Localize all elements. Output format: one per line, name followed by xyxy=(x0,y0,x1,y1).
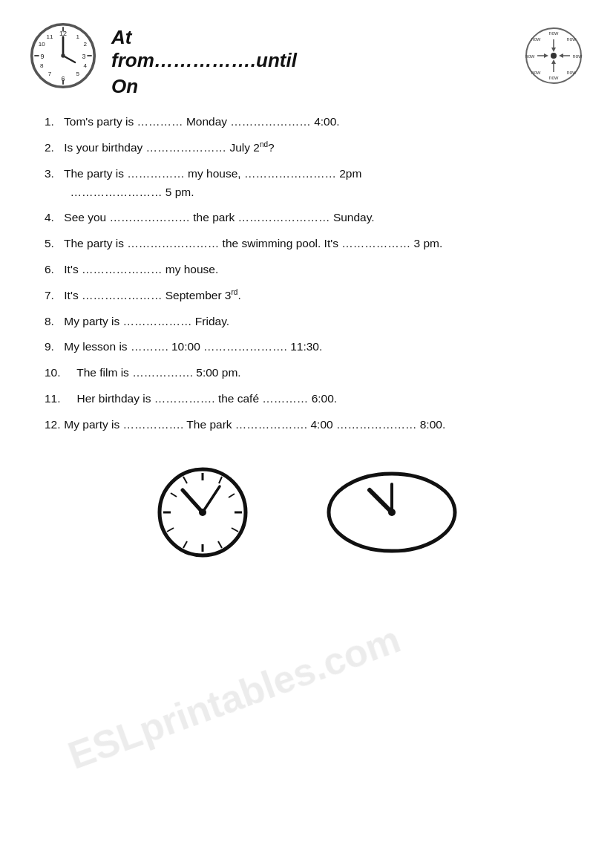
question-num: 5. xyxy=(45,235,61,253)
svg-text:now: now xyxy=(573,53,583,59)
question-num: 9. xyxy=(45,338,61,356)
question-8: 8. My party is ……………… Friday. xyxy=(45,313,583,331)
on-label: On xyxy=(111,75,297,98)
svg-text:4: 4 xyxy=(83,62,87,69)
question-2: 2. Is your birthday ………………… July 2nd? xyxy=(45,139,583,157)
header: 12 3 6 9 1 2 4 5 7 8 10 11 At from…………….… xyxy=(30,22,583,98)
question-12: 12. My party is ……………. The park ………………. … xyxy=(45,416,583,434)
svg-point-49 xyxy=(199,509,206,516)
from-label: from…………….until xyxy=(111,49,297,72)
svg-text:5: 5 xyxy=(76,71,80,77)
svg-text:now: now xyxy=(549,75,560,80)
question-num: 3. xyxy=(45,165,61,183)
watermark: ESLprintables.com xyxy=(62,616,406,777)
svg-point-33 xyxy=(551,53,557,59)
svg-point-19 xyxy=(61,53,65,57)
svg-text:now: now xyxy=(525,53,536,59)
svg-text:now: now xyxy=(567,36,577,42)
big-clock-icon xyxy=(154,464,251,561)
svg-text:now: now xyxy=(531,70,542,75)
question-10: 10. The film is ……………. 5:00 pm. xyxy=(45,364,583,382)
question-1: 1. Tom's party is ………… Monday ………………… 4:… xyxy=(45,113,583,131)
svg-text:3: 3 xyxy=(82,53,85,60)
svg-text:6: 6 xyxy=(61,75,65,82)
question-num: 4. xyxy=(45,209,61,227)
question-9: 9. My lesson is ………. 10:00 …………………. 11:3… xyxy=(45,338,583,356)
svg-point-53 xyxy=(388,509,396,516)
question-5: 5. The party is …………………… the swimming po… xyxy=(45,235,583,253)
svg-text:10: 10 xyxy=(39,41,45,48)
analog-clock-icon: 12 3 6 9 1 2 4 5 7 8 10 11 xyxy=(30,22,96,89)
question-num: 10. xyxy=(45,364,61,382)
svg-text:1: 1 xyxy=(76,33,80,40)
question-num: 2. xyxy=(45,139,61,157)
svg-text:now: now xyxy=(567,70,577,75)
question-num: 12. xyxy=(45,416,61,434)
svg-text:7: 7 xyxy=(48,71,52,77)
compass-clock-icon: now now now now now now now now xyxy=(524,26,583,85)
question-11: 11. Her birthday is ……………. the café …………… xyxy=(45,390,583,408)
question-num: 8. xyxy=(45,313,61,331)
question-7: 7. It's ………………… September 3rd. xyxy=(45,287,583,305)
question-num: 1. xyxy=(45,113,61,131)
svg-text:now: now xyxy=(531,36,542,42)
svg-text:9: 9 xyxy=(41,53,45,60)
question-6: 6. It's ………………… my house. xyxy=(45,261,583,279)
header-text: At from…………….until On xyxy=(111,22,297,98)
question-num: 11. xyxy=(45,390,61,408)
svg-text:8: 8 xyxy=(40,62,44,69)
question-3: 3. The party is …………… my house, ……………………… xyxy=(45,165,583,202)
wide-clock-icon xyxy=(325,468,459,557)
svg-text:2: 2 xyxy=(83,41,87,48)
bottom-clocks xyxy=(30,464,583,561)
svg-text:now: now xyxy=(549,30,560,36)
at-label: At xyxy=(111,26,297,49)
header-left: 12 3 6 9 1 2 4 5 7 8 10 11 At from…………….… xyxy=(30,22,297,98)
svg-text:11: 11 xyxy=(47,33,53,40)
question-num: 7. xyxy=(45,287,61,305)
question-4: 4. See you ………………… the park …………………… Sun… xyxy=(45,209,583,227)
questions-list: 1. Tom's party is ………… Monday ………………… 4:… xyxy=(45,113,583,434)
question-num: 6. xyxy=(45,261,61,279)
